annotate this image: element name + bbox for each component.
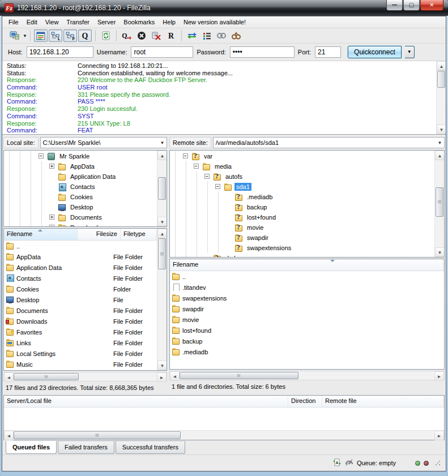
remote-tree-item-media[interactable]: −media (170, 161, 434, 171)
site-manager-dropdown-icon[interactable]: ▼ (23, 33, 27, 38)
chevron-down-icon[interactable]: ▼ (436, 140, 444, 145)
expander-plus-icon[interactable]: + (47, 222, 58, 226)
scroll-up-icon[interactable]: ▲ (437, 61, 446, 71)
directory-comparison-button[interactable] (185, 29, 199, 42)
site-manager-button[interactable] (7, 29, 21, 42)
local-file-row-downloads[interactable]: DownloadsFile Folder (4, 316, 157, 327)
local-file-row-favorites[interactable]: ★FavoritesFile Folder (4, 327, 157, 337)
port-input[interactable] (315, 46, 341, 58)
local-file-row-contacts[interactable]: ContactsFile Folder (4, 273, 157, 284)
expander-minus-icon[interactable]: − (36, 151, 47, 161)
expander-plus-icon[interactable]: + (47, 161, 58, 171)
local-tree-item-documents[interactable]: +Documents (4, 212, 157, 222)
column-filename[interactable]: Filename (170, 259, 444, 271)
remote-file-row-backup[interactable]: backup (170, 336, 444, 346)
expander-minus-icon[interactable]: − (202, 171, 213, 182)
remote-tree-item-movie[interactable]: ?movie (170, 222, 434, 233)
queue-hscrollbar[interactable]: ◄ ► (4, 430, 444, 440)
password-input[interactable] (230, 46, 295, 58)
remote-file-row-mediadb[interactable]: .mediadb (170, 346, 444, 357)
remote-tree-item-swapdir[interactable]: ?swapdir (170, 233, 434, 243)
local-tree-item-mr-sparkle[interactable]: −Mr Sparkle (4, 151, 157, 161)
remote-file-row-titandev[interactable]: .titandev (170, 282, 444, 293)
username-input[interactable] (131, 46, 193, 58)
local-site-combo[interactable]: C:\Users\Mr Sparkle\ ▼ (40, 137, 167, 148)
scroll-left-icon[interactable]: ◄ (170, 371, 180, 381)
scroll-right-icon[interactable]: ► (434, 371, 444, 381)
expander-plus-icon[interactable]: + (47, 212, 58, 222)
remote-tree-item-sda1[interactable]: −sda1 (170, 182, 434, 192)
remote-site-combo[interactable]: /var/media/autofs/sda1 ▼ (213, 137, 445, 148)
menu-new-version-available[interactable]: New version available! (180, 17, 250, 27)
minimize-button[interactable]: — (386, 0, 403, 11)
toggle-remote-tree-button[interactable]: F (63, 29, 77, 42)
cancel-button[interactable] (135, 29, 148, 42)
column-direction[interactable]: Direction (288, 396, 322, 407)
column-filetype[interactable]: Filetype (121, 229, 157, 240)
remote-file-row-swapextensions[interactable]: swapextensions (170, 293, 444, 303)
scroll-right-icon[interactable]: ► (157, 372, 167, 382)
local-tree-item-appdata[interactable]: +AppData (4, 161, 157, 171)
chevron-down-icon[interactable]: ▼ (158, 140, 167, 145)
local-file-row-desktop[interactable]: DesktopFile (4, 294, 157, 305)
remote-tree-item-lost-found[interactable]: ?lost+found (170, 212, 434, 222)
remote-file-row-[interactable]: .. (170, 271, 444, 282)
reconnect-button[interactable]: R (164, 29, 178, 42)
log-scrollbar[interactable]: ▲ ▼ (436, 61, 446, 134)
toggle-message-log-button[interactable] (34, 29, 48, 42)
expander-minus-icon[interactable]: − (213, 182, 224, 192)
remote-file-row-lost-found[interactable]: lost+found (170, 325, 444, 336)
menu-server[interactable]: Server (93, 17, 120, 27)
find-files-button[interactable] (229, 29, 243, 42)
scroll-right-icon[interactable]: ► (434, 431, 444, 440)
local-tree-item-cookies[interactable]: Cookies (4, 192, 157, 202)
maximize-button[interactable]: ▢ (403, 0, 420, 11)
scroll-up-icon[interactable]: ▲ (157, 151, 167, 160)
menu-bookmarks[interactable]: Bookmarks (120, 17, 159, 27)
remote-tree-item-swapextensions[interactable]: ?swapextensions (170, 243, 434, 253)
scroll-down-icon[interactable]: ▼ (435, 247, 445, 257)
speed-limits-icon[interactable] (345, 458, 353, 468)
remote-tree-scrollbar[interactable]: ▲ ▼ (434, 151, 444, 257)
column-server-local-file[interactable]: Server/Local file (4, 396, 288, 407)
resize-grip[interactable] (434, 460, 441, 466)
local-tree-item-application-data[interactable]: Application Data (4, 171, 157, 182)
local-file-row-documents[interactable]: DocumentsFile Folder (4, 305, 157, 316)
tab-successful-transfers[interactable]: Successful transfers (116, 441, 185, 454)
host-input[interactable] (27, 46, 93, 58)
menu-help[interactable]: Help (159, 17, 180, 27)
expander-minus-icon[interactable]: − (191, 161, 202, 171)
scroll-down-icon[interactable]: ▼ (157, 217, 167, 226)
filter-button[interactable] (200, 29, 214, 42)
disconnect-button[interactable] (150, 29, 163, 42)
local-file-row-appdata[interactable]: AppDataFile Folder (4, 251, 157, 262)
local-file-row-[interactable]: .. (4, 241, 157, 251)
synchronized-browsing-button[interactable] (215, 29, 228, 42)
tab-failed-transfers[interactable]: Failed transfers (58, 441, 114, 454)
toggle-queue-button[interactable]: Q (78, 29, 92, 42)
remote-tree-item-backup[interactable]: ?backup (170, 202, 434, 212)
local-tree-item-desktop[interactable]: Desktop (4, 202, 157, 212)
quickconnect-button[interactable]: Quickconnect (348, 46, 402, 58)
local-list-scrollbar[interactable]: ▲ ▼ (157, 229, 167, 370)
local-file-row-local-settings[interactable]: Local SettingsFile Folder (4, 348, 157, 359)
local-file-row-application-data[interactable]: Application DataFile Folder (4, 262, 157, 273)
menu-file[interactable]: File (5, 17, 23, 27)
local-tree-item-contacts[interactable]: Contacts (4, 182, 157, 192)
remote-tree-item-autofs[interactable]: −?autofs (170, 171, 434, 182)
scroll-down-icon[interactable]: ▼ (157, 361, 167, 370)
local-tree-item-downloads[interactable]: +Downloads (4, 222, 157, 226)
remote-tree-item-dvd[interactable]: ?dvd (170, 253, 434, 257)
scroll-up-icon[interactable]: ▲ (435, 151, 445, 160)
scroll-up-icon[interactable]: ▲ (157, 229, 167, 238)
close-button[interactable]: ✕ (420, 0, 443, 11)
menu-edit[interactable]: Edit (23, 17, 41, 27)
tab-queued-files[interactable]: Queued files (6, 441, 57, 454)
quickconnect-dropdown-button[interactable]: ▼ (405, 46, 415, 58)
toggle-local-tree-button[interactable]: L (49, 29, 62, 42)
scroll-down-icon[interactable]: ▼ (437, 125, 446, 134)
local-file-row-links[interactable]: LinksFile Folder (4, 337, 157, 348)
remote-list-hscrollbar[interactable]: ◄ ► (169, 371, 445, 380)
expander-minus-icon[interactable]: − (181, 151, 191, 161)
local-tree-scrollbar[interactable]: ▲ ▼ (157, 151, 167, 226)
